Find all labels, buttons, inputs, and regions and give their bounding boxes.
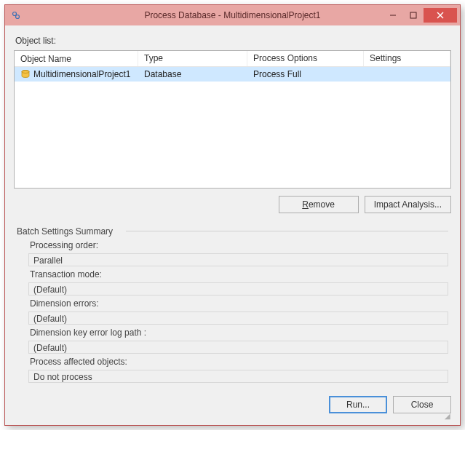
- transaction-mode-value: (Default): [28, 282, 448, 295]
- svg-point-0: [13, 12, 17, 16]
- object-list-label: Object list:: [15, 36, 451, 46]
- resize-grip-icon[interactable]: ◢: [14, 413, 451, 419]
- cell-options: Process Full: [247, 68, 364, 81]
- cell-name-text: MultidimensionalProject1: [33, 69, 130, 79]
- run-button[interactable]: Run...: [329, 396, 387, 413]
- batch-legend: Batch Settings Summary: [17, 226, 113, 237]
- processing-order-label: Processing order:: [30, 240, 448, 250]
- col-object-name[interactable]: Object Name: [15, 51, 138, 66]
- cell-settings: [364, 73, 450, 76]
- key-log-label: Dimension key error log path :: [30, 328, 448, 338]
- process-database-dialog: Process Database - MultidimensionalProje…: [4, 4, 461, 426]
- col-type[interactable]: Type: [138, 51, 247, 66]
- dimension-errors-label: Dimension errors:: [30, 298, 448, 309]
- close-window-button[interactable]: [424, 8, 457, 23]
- object-list-header[interactable]: Object Name Type Process Options Setting…: [15, 51, 450, 67]
- svg-rect-3: [410, 12, 416, 18]
- object-list[interactable]: Object Name Type Process Options Setting…: [14, 50, 451, 189]
- dimension-errors-value: (Default): [28, 312, 448, 325]
- affected-value: Do not process: [28, 370, 448, 383]
- maximize-button[interactable]: [403, 8, 424, 23]
- transaction-mode-label: Transaction mode:: [30, 269, 448, 279]
- col-options[interactable]: Process Options: [247, 51, 364, 66]
- app-icon: [11, 10, 21, 20]
- processing-order-value: Parallel: [28, 253, 448, 266]
- close-button[interactable]: Close: [393, 396, 451, 413]
- cell-name: MultidimensionalProject1: [15, 68, 138, 81]
- key-log-value: (Default): [28, 341, 448, 354]
- client-area: Object list: Object Name Type Process Op…: [5, 25, 460, 425]
- remove-button[interactable]: Remove: [279, 196, 359, 213]
- cell-type: Database: [138, 68, 247, 81]
- impact-analysis-button[interactable]: Impact Analysis...: [365, 196, 451, 213]
- database-icon: [20, 69, 31, 79]
- minimize-button[interactable]: [383, 8, 403, 23]
- object-row[interactable]: MultidimensionalProject1 Database Proces…: [15, 67, 450, 82]
- titlebar[interactable]: Process Database - MultidimensionalProje…: [5, 5, 460, 25]
- affected-label: Process affected objects:: [30, 357, 448, 367]
- batch-settings-summary: Batch Settings Summary Processing order:…: [14, 226, 451, 387]
- svg-point-1: [16, 15, 20, 19]
- col-settings[interactable]: Settings: [364, 51, 450, 66]
